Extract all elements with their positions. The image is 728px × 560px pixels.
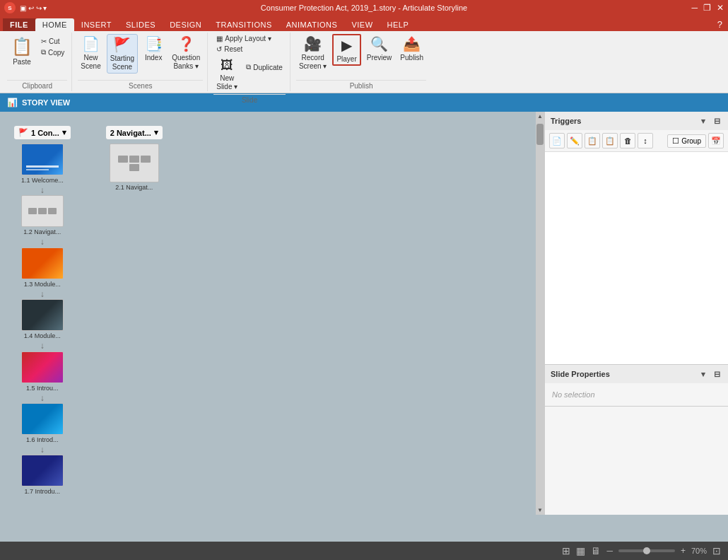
slide-2-1-thumb[interactable]	[110, 144, 159, 182]
trigger-move-button[interactable]: ↕	[638, 133, 653, 148]
duplicate-button[interactable]: ⧉ Duplicate	[243, 62, 286, 72]
triggers-section: Triggers ▾ ⊟ 📄 ✏️ 📋 📋 🗑 ↕ ☐ Group 📅	[545, 112, 728, 365]
scene-1-dropdown-icon[interactable]: ▾	[62, 128, 66, 137]
slide-1-2: 1.2 Navigat...	[21, 195, 64, 235]
slide-arrow-6: ↓	[40, 445, 45, 455]
slide-props-pin-button[interactable]: ▾	[698, 368, 709, 380]
cut-button[interactable]: ✂ Cut	[38, 37, 67, 46]
tab-view[interactable]: VIEW	[344, 18, 380, 31]
tab-file[interactable]: FILE	[3, 18, 35, 31]
window-controls[interactable]: ─ ❐ ✕	[691, 3, 724, 13]
zoom-slider-thumb[interactable]	[643, 547, 650, 554]
slide-1-4-label: 1.4 Module...	[24, 332, 61, 339]
trigger-new-button[interactable]: 📄	[549, 133, 565, 148]
preview-button[interactable]: 🔍 Preview	[364, 34, 395, 63]
slide-properties-header: Slide Properties ▾ ⊟	[545, 365, 728, 383]
scenes-row: 🚩 1 Con... ▾ 1.1 Welcome...	[7, 119, 537, 503]
slide-1-3-label: 1.3 Module...	[24, 281, 61, 288]
slide-1-7-label: 1.7 Introdu...	[25, 488, 61, 495]
player-button[interactable]: ▶ Player	[332, 34, 360, 66]
zoom-out-button[interactable]: ─	[606, 546, 613, 556]
slide-1-6: 1.6 Introd...	[21, 403, 64, 443]
triggers-title: Triggers	[551, 117, 581, 125]
vertical-scrollbar[interactable]: ▲ ▼	[536, 112, 544, 515]
tab-help[interactable]: HELP	[380, 18, 416, 31]
slide-1-2-label: 1.2 Navigat...	[23, 228, 61, 235]
grid-view-icon[interactable]: ⊞	[562, 545, 570, 556]
triggers-panel-controls: ▾ ⊟	[698, 115, 722, 127]
slide-arrow-5: ↓	[40, 393, 45, 403]
index-button[interactable]: 📑 Index	[141, 34, 166, 63]
scene-1: 🚩 1 Con... ▾ 1.1 Welcome...	[14, 126, 71, 496]
table-view-icon[interactable]: ▦	[576, 545, 585, 556]
monitor-icon[interactable]: 🖥	[591, 545, 601, 556]
tab-slides[interactable]: SLIDES	[119, 18, 163, 31]
tab-home[interactable]: HOME	[35, 18, 74, 31]
slide-properties-section: Slide Properties ▾ ⊟ No selection	[545, 365, 728, 407]
help-icon[interactable]: ?	[712, 18, 728, 31]
slide-2-1: 2.1 Navigat...	[110, 144, 159, 191]
tab-animations[interactable]: ANIMATIONS	[279, 18, 345, 31]
slide-props-detach-button[interactable]: ⊟	[711, 368, 722, 380]
paste-button[interactable]: 📋 Paste	[7, 34, 37, 69]
trigger-edit-button[interactable]: ✏️	[567, 133, 582, 148]
no-selection-text: No selection	[552, 390, 595, 399]
record-screen-button[interactable]: 🎥 RecordScreen ▾	[296, 34, 329, 72]
minimize-button[interactable]: ─	[691, 3, 698, 13]
triggers-detach-button[interactable]: ⊟	[711, 115, 722, 127]
scroll-up-arrow[interactable]: ▲	[536, 112, 544, 121]
publish-group: 🎥 RecordScreen ▾ ▶ Player 🔍 Preview 📤 Pu…	[292, 33, 430, 91]
ribbon-toolbar: 📋 Paste ✂ Cut ⧉ Copy Clipboard 📄 NewScen…	[0, 31, 728, 93]
scene-2-slides: 2.1 Navigat...	[106, 144, 163, 192]
apply-layout-button[interactable]: ▦ Apply Layout ▾	[213, 34, 274, 43]
scene-2-header[interactable]: 2 Navigat... ▾	[106, 126, 163, 139]
new-slide-button[interactable]: 🖼 NewSlide ▾	[213, 57, 240, 93]
trigger-copy-button[interactable]: 📋	[585, 133, 600, 148]
index-icon: 📑	[145, 35, 163, 52]
app-icon: S	[4, 2, 16, 13]
new-scene-icon: 📄	[82, 35, 100, 52]
slide-arrow-4: ↓	[40, 341, 45, 351]
close-button[interactable]: ✕	[717, 3, 724, 13]
restore-button[interactable]: ❐	[703, 3, 711, 13]
trigger-paste-button[interactable]: 📋	[602, 133, 618, 148]
new-scene-button[interactable]: 📄 NewScene	[78, 34, 103, 72]
slide-1-4-thumb[interactable]	[21, 299, 64, 331]
starting-scene-button[interactable]: 🚩 StartingScene	[107, 34, 138, 74]
copy-icon: ⧉	[41, 48, 46, 57]
publish-button[interactable]: 📤 Publish	[397, 34, 426, 63]
slide-1-7-thumb[interactable]	[21, 455, 64, 486]
slide-1-3-thumb[interactable]	[21, 247, 64, 279]
scene-1-flag-icon: 🚩	[18, 128, 28, 137]
scene-2-dropdown-icon[interactable]: ▾	[154, 128, 158, 137]
scroll-thumb[interactable]	[536, 124, 544, 145]
slide-1-1-thumb[interactable]	[21, 144, 64, 175]
scroll-down-arrow[interactable]: ▼	[536, 506, 544, 515]
trigger-delete-button[interactable]: 🗑	[620, 133, 635, 148]
question-banks-button[interactable]: ❓ QuestionBanks ▾	[169, 34, 203, 72]
starting-scene-icon: 🚩	[113, 36, 131, 53]
tab-insert[interactable]: INSERT	[74, 18, 119, 31]
group-checkbox[interactable]: ☐	[672, 136, 679, 146]
group-button[interactable]: ☐ Group	[667, 134, 706, 148]
fit-button[interactable]: ⊡	[712, 545, 721, 556]
reset-button[interactable]: ↺ Reset	[213, 45, 245, 54]
copy-button[interactable]: ⧉ Copy	[38, 47, 67, 57]
apply-layout-icon: ▦	[216, 35, 223, 42]
zoom-percent: 70%	[691, 547, 707, 555]
slide-1-5-thumb[interactable]	[21, 351, 64, 383]
triggers-pin-button[interactable]: ▾	[698, 115, 709, 127]
zoom-in-button[interactable]: +	[681, 546, 686, 556]
canvas-area: 🚩 1 Con... ▾ 1.1 Welcome...	[0, 112, 544, 515]
slide-1-2-thumb[interactable]	[21, 195, 64, 227]
zoom-slider-track[interactable]	[618, 549, 675, 552]
tab-design[interactable]: DESIGN	[163, 18, 209, 31]
slide-1-6-thumb[interactable]	[21, 403, 64, 435]
story-view-icon: 📊	[7, 98, 18, 107]
slide-properties-body: No selection	[545, 383, 728, 406]
right-panel: Triggers ▾ ⊟ 📄 ✏️ 📋 📋 🗑 ↕ ☐ Group 📅	[544, 112, 728, 515]
tab-transitions[interactable]: TRANSITIONS	[209, 18, 278, 31]
slide-group: ▦ Apply Layout ▾ ↺ Reset 🖼 NewSlide ▾ ⧉ …	[209, 33, 290, 91]
scene-1-header[interactable]: 🚩 1 Con... ▾	[14, 126, 71, 139]
calendar-button[interactable]: 📅	[708, 133, 724, 148]
